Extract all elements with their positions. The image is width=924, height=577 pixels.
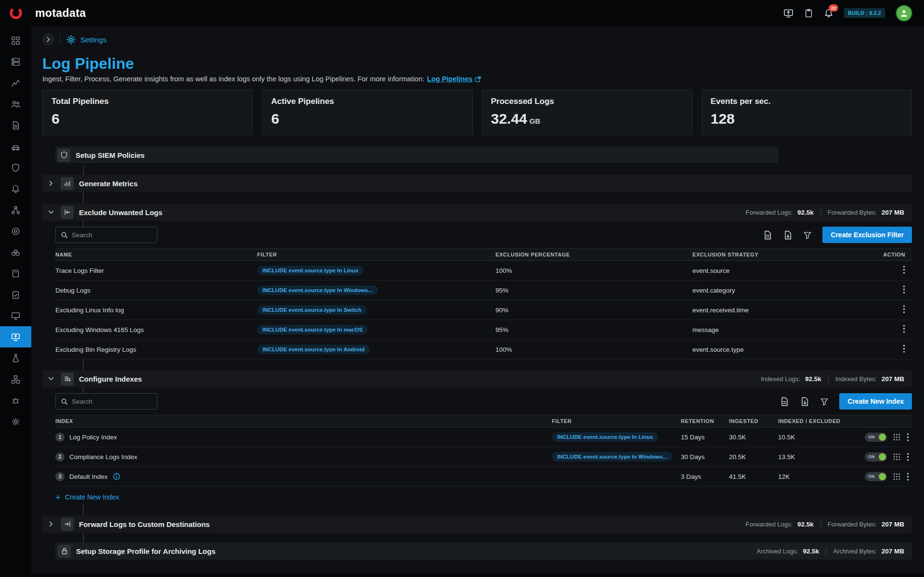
- kebab-menu-icon[interactable]: [903, 266, 905, 274]
- info-icon[interactable]: [113, 473, 120, 480]
- grid-dots-icon[interactable]: [893, 434, 900, 441]
- breadcrumb: Settings: [42, 31, 912, 48]
- section-setup-siem-policies[interactable]: Setup SIEM Policies: [55, 147, 778, 163]
- sidebar-item-servers[interactable]: [0, 51, 31, 72]
- storage-section-stats: Archived Logs:92.5k Archived Bytes:207 M…: [757, 547, 904, 555]
- table-row[interactable]: Debug Logs INCLUDE event.source.type In …: [55, 281, 912, 300]
- ingested: 30.5K: [729, 434, 778, 441]
- filter-funnel-icon[interactable]: [803, 231, 812, 240]
- kebab-menu-icon[interactable]: [907, 453, 909, 461]
- indexed-excluded: 12K: [778, 473, 853, 480]
- export-pdf-icon[interactable]: [763, 230, 772, 240]
- filter-chip: INCLUDE event.source.type In Linux: [257, 266, 364, 275]
- section-generate-metrics[interactable]: Generate Metrics: [42, 175, 912, 192]
- retention: 3 Days: [681, 473, 729, 480]
- kebab-menu-icon[interactable]: [903, 305, 905, 313]
- sidebar-item-apps[interactable]: [0, 30, 31, 51]
- exclusion-strategy: event.source: [692, 267, 875, 274]
- sidebar-item-troubleshoot[interactable]: [0, 390, 31, 411]
- sidebar-item-analytics[interactable]: [0, 347, 31, 369]
- exclusion-percentage: 90%: [495, 307, 692, 314]
- sidebar-item-settings[interactable]: [0, 411, 31, 432]
- exclusion-strategy: message: [692, 326, 875, 333]
- create-exclusion-filter-button[interactable]: Create Exclusion Filter: [822, 227, 912, 243]
- section-forward-logs[interactable]: Forward Logs to Custom Destinations Forw…: [42, 515, 912, 533]
- export-csv-icon[interactable]: [783, 230, 793, 240]
- grid-dots-icon[interactable]: [893, 453, 900, 461]
- filter-name: Trace Logs Filter: [55, 267, 257, 274]
- export-csv-icon[interactable]: [800, 397, 809, 407]
- sidebar-item-users[interactable]: [0, 93, 31, 115]
- filter-funnel-icon[interactable]: [820, 397, 829, 406]
- indexes-search-input[interactable]: [72, 398, 149, 405]
- sidebar-item-discovery[interactable]: [0, 220, 31, 242]
- sidebar-item-dashboards[interactable]: [0, 305, 31, 326]
- sidebar-item-integrations[interactable]: [0, 369, 31, 390]
- breadcrumb-settings[interactable]: Settings: [66, 35, 106, 45]
- exclude-search-input[interactable]: [72, 231, 149, 239]
- index-number: 3: [55, 472, 65, 481]
- indexes-search-box[interactable]: [55, 393, 157, 410]
- filter-name: Excluding Linux Info log: [55, 307, 257, 314]
- kebab-menu-icon[interactable]: [903, 345, 905, 353]
- grid-dots-icon[interactable]: [893, 473, 900, 480]
- screen-share-icon[interactable]: [783, 8, 794, 18]
- stat-card-events-per-sec: Events per sec. 128: [702, 90, 912, 135]
- stat-cards: Total Pipelines 6 Active Pipelines 6 Pro…: [42, 90, 912, 135]
- forward-arrow-icon: [61, 518, 74, 531]
- table-row[interactable]: 2 Compliance Logs Index INCLUDE event.so…: [55, 447, 912, 467]
- export-pdf-icon[interactable]: [780, 397, 789, 407]
- kebab-menu-icon[interactable]: [903, 285, 905, 294]
- section-exclude-unwanted-logs[interactable]: Exclude Unwanted Logs Forwarded Logs:92.…: [42, 204, 912, 221]
- kebab-menu-icon[interactable]: [903, 325, 905, 333]
- sidebar-item-metrics[interactable]: [0, 72, 31, 93]
- indexed-excluded: 10.5K: [778, 434, 853, 441]
- kebab-menu-icon[interactable]: [907, 473, 909, 481]
- sidebar-item-runbook[interactable]: [0, 263, 31, 284]
- log-pipelines-doc-link[interactable]: Log Pipelines: [427, 75, 482, 83]
- create-new-index-link[interactable]: + Create New Index: [55, 490, 119, 504]
- table-row[interactable]: 1 Log Policy Index INCLUDE event.source.…: [55, 427, 912, 447]
- table-row[interactable]: Trace Logs Filter INCLUDE event.source.t…: [55, 261, 912, 281]
- exclusion-strategy: event.source.type: [692, 346, 875, 353]
- page-bottom-strip: [0, 574, 924, 577]
- section-configure-indexes[interactable]: Configure Indexes Indexed Logs:92.5k Ind…: [42, 370, 912, 387]
- sidebar-item-alerts[interactable]: [0, 178, 31, 199]
- brand-logo-icon[interactable]: [0, 6, 31, 20]
- chevron-down-icon[interactable]: [47, 210, 55, 214]
- index-enabled-toggle[interactable]: ON: [865, 452, 887, 462]
- table-row[interactable]: Excluding Windows 4165 Logs INCLUDE even…: [55, 320, 912, 340]
- lock-icon: [58, 545, 71, 558]
- index-enabled-toggle[interactable]: ON: [865, 472, 887, 481]
- sidebar-item-observability[interactable]: [0, 242, 31, 263]
- table-row[interactable]: 3 Default Index 3 Days 41.5K 12K ON: [55, 467, 912, 487]
- sidebar-item-automation[interactable]: [0, 136, 31, 157]
- exclude-search-box[interactable]: [55, 227, 157, 243]
- breadcrumb-collapse-button[interactable]: [42, 34, 54, 45]
- table-row[interactable]: Excluding Linux Info log INCLUDE event.s…: [55, 300, 912, 320]
- exclusion-strategy: event.category: [692, 287, 875, 294]
- index-name: Compliance Logs Index: [69, 453, 137, 461]
- chevron-down-icon[interactable]: [47, 377, 55, 381]
- chevron-right-icon[interactable]: [47, 180, 55, 186]
- chevron-right-icon[interactable]: [47, 521, 55, 527]
- create-new-index-button[interactable]: Create New Index: [839, 393, 912, 410]
- page-subtitle: Ingest, Filter, Process, Generate insigh…: [42, 75, 912, 83]
- sidebar-item-topology[interactable]: [0, 199, 31, 220]
- sidebar-item-security[interactable]: [0, 157, 31, 178]
- sidebar-item-log-management[interactable]: [0, 326, 31, 347]
- section-setup-storage-profile[interactable]: Setup Storage Profile for Archiving Logs…: [55, 542, 912, 560]
- exclude-table-header: NAME FILTER EXCLUSION PERCENTAGE EXCLUSI…: [55, 248, 912, 261]
- forward-section-stats: Forwarded Logs:92.5k Forwarded Bytes:207…: [745, 520, 904, 528]
- bell-icon[interactable]: 22: [824, 8, 833, 18]
- filter-name: Excluding Windows 4165 Logs: [55, 326, 257, 333]
- sidebar-item-reports[interactable]: [0, 115, 31, 136]
- kebab-menu-icon[interactable]: [907, 433, 909, 441]
- ingested: 41.5K: [729, 473, 778, 480]
- index-enabled-toggle[interactable]: ON: [865, 433, 887, 442]
- stat-card-total-pipelines: Total Pipelines 6: [42, 90, 253, 135]
- user-avatar[interactable]: [896, 5, 912, 22]
- clipboard-icon[interactable]: [804, 8, 813, 18]
- sidebar-item-audit[interactable]: [0, 284, 31, 305]
- table-row[interactable]: Excluding Bin Registry Logs INCLUDE even…: [55, 340, 912, 359]
